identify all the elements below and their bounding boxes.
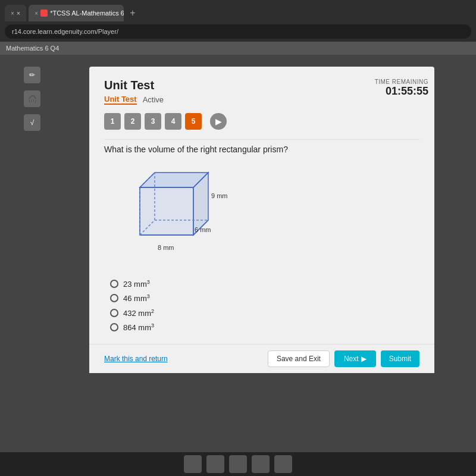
taskbar-icon-2[interactable] xyxy=(206,455,224,473)
label-6mm: 6 mm xyxy=(195,226,211,233)
tab-1-close[interactable]: × xyxy=(11,10,14,17)
answer-choices: 23 mm3 46 mm3 432 mm2 864 mm3 xyxy=(110,279,419,332)
question-nav: 1 2 3 4 5 ▶ xyxy=(104,113,419,130)
panel-status: Active xyxy=(143,95,164,104)
q-btn-2[interactable]: 2 xyxy=(124,113,141,130)
diagram-container: 9 mm 6 mm 8 mm xyxy=(116,164,419,267)
q-btn-4[interactable]: 4 xyxy=(165,113,181,130)
tab-2-close[interactable]: × xyxy=(35,10,38,17)
address-text: r14.core.learn.edgenuity.com/Player/ xyxy=(12,28,118,35)
q-btn-5[interactable]: 5 xyxy=(185,113,202,130)
time-label: TIME REMAINING xyxy=(375,79,428,85)
panel-title: Unit Test xyxy=(104,79,419,92)
test-panel: TIME REMAINING 01:55:55 Unit Test Unit T… xyxy=(89,67,434,373)
unit-test-link[interactable]: Unit Test xyxy=(104,95,137,105)
time-value: 01:55:55 xyxy=(375,85,428,98)
choice-1: 23 mm3 xyxy=(110,279,419,289)
taskbar-icon-5[interactable] xyxy=(274,455,292,473)
choice-2: 46 mm3 xyxy=(110,293,419,303)
time-remaining: TIME REMAINING 01:55:55 xyxy=(375,79,428,98)
save-exit-button[interactable]: Save and Exit xyxy=(268,350,330,367)
panel-subtitle-row: Unit Test Active xyxy=(104,95,419,105)
choice-3: 432 mm2 xyxy=(110,308,419,318)
new-tab-button[interactable]: + xyxy=(126,8,139,18)
tab-2-label: *TCSS AL-Mathematics 6 Q4 - xyxy=(50,10,124,17)
taskbar xyxy=(0,452,476,476)
label-9mm: 9 mm xyxy=(211,192,228,199)
q-btn-3[interactable]: 3 xyxy=(145,113,161,130)
calculator-icon[interactable]: √ xyxy=(24,114,40,131)
choice-1-label[interactable]: 23 mm3 xyxy=(123,279,150,289)
radio-1[interactable] xyxy=(110,280,118,288)
address-bar-row: r14.core.learn.edgenuity.com/Player/ xyxy=(0,21,476,42)
question-text: What is the volume of the right rectangu… xyxy=(104,145,419,154)
radio-4[interactable] xyxy=(110,323,118,331)
sidebar-icons: ✏ 🎧 √ xyxy=(24,67,40,131)
label-8mm: 8 mm xyxy=(158,244,174,251)
choice-2-label[interactable]: 46 mm3 xyxy=(123,293,150,303)
q-btn-1[interactable]: 1 xyxy=(104,113,121,130)
choice-4: 864 mm3 xyxy=(110,322,419,332)
pencil-icon[interactable]: ✏ xyxy=(24,67,40,83)
next-arrow-icon: ▶ xyxy=(361,355,367,363)
prism-diagram: 9 mm 6 mm 8 mm xyxy=(116,164,235,265)
taskbar-icon-1[interactable] xyxy=(184,455,202,473)
bottom-bar: Mark this and return Save and Exit Next … xyxy=(89,344,434,373)
address-bar[interactable]: r14.core.learn.edgenuity.com/Player/ xyxy=(5,24,471,39)
next-button[interactable]: Next ▶ xyxy=(334,350,376,367)
headphone-icon[interactable]: 🎧 xyxy=(24,90,40,107)
svg-rect-3 xyxy=(140,187,193,235)
tab-2[interactable]: × *TCSS AL-Mathematics 6 Q4 - xyxy=(29,5,124,21)
submit-button[interactable]: Submit xyxy=(381,350,419,367)
mark-return-link[interactable]: Mark this and return xyxy=(104,355,168,363)
next-question-arrow[interactable]: ▶ xyxy=(210,113,227,130)
taskbar-icon-4[interactable] xyxy=(252,455,270,473)
content-wrapper: ✏ 🎧 √ TIME REMAINING 01:55:55 Unit Test … xyxy=(0,55,476,476)
choice-3-label[interactable]: 432 mm2 xyxy=(123,308,154,318)
tab-bar: × × × *TCSS AL-Mathematics 6 Q4 - + xyxy=(0,0,476,21)
bottom-buttons: Save and Exit Next ▶ Submit xyxy=(268,350,419,367)
radio-3[interactable] xyxy=(110,309,118,317)
radio-2[interactable] xyxy=(110,294,118,302)
tab-favicon xyxy=(40,10,48,17)
tab-1-label: × xyxy=(17,10,20,17)
tab-1[interactable]: × × xyxy=(5,5,26,21)
taskbar-icon-3[interactable] xyxy=(229,455,247,473)
page-header-label: Mathematics 6 Q4 xyxy=(6,45,59,52)
main-content: Mathematics 6 Q4 ✏ 🎧 √ TIME REMAINING 01… xyxy=(0,42,476,476)
browser-chrome: × × × *TCSS AL-Mathematics 6 Q4 - + r14.… xyxy=(0,0,476,42)
divider xyxy=(104,139,419,140)
choice-4-label[interactable]: 864 mm3 xyxy=(123,322,154,332)
page-header-bar: Mathematics 6 Q4 xyxy=(0,42,476,55)
